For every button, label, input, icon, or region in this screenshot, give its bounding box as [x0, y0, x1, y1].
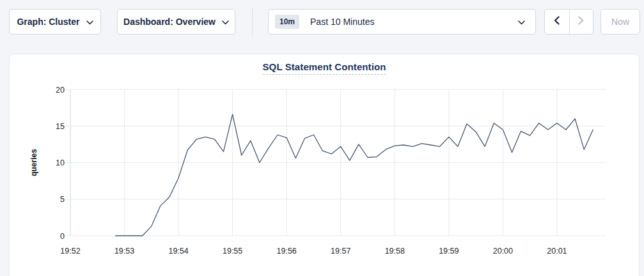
sql-contention-chart[interactable]: 0510152019:5219:5319:5419:5519:5619:5719… — [0, 0, 644, 276]
x-tick-label: 19:56 — [277, 247, 297, 256]
x-tick-label: 19:58 — [385, 247, 405, 256]
x-tick-label: 19:59 — [439, 247, 459, 256]
chart-title[interactable]: SQL Statement Contention — [263, 61, 386, 75]
x-tick-label: 20:00 — [493, 247, 513, 256]
x-tick-label: 19:57 — [331, 247, 350, 256]
y-axis-title: queries — [29, 149, 38, 176]
x-tick-label: 19:55 — [223, 247, 242, 256]
x-tick-label: 19:53 — [114, 247, 134, 256]
y-tick-label: 0 — [60, 232, 65, 241]
series-line-queries — [116, 114, 593, 236]
x-tick-label: 19:54 — [168, 247, 188, 256]
x-tick-label: 19:52 — [60, 247, 80, 256]
y-tick-label: 15 — [56, 122, 65, 131]
y-tick-label: 20 — [56, 86, 65, 95]
y-tick-label: 10 — [56, 158, 65, 167]
chart-title-wrap: SQL Statement Contention — [10, 61, 639, 75]
y-tick-label: 5 — [60, 195, 65, 204]
dashboard-page: { "toolbar": { "graph_dropdown": { "labe… — [0, 0, 644, 276]
x-tick-label: 20:01 — [547, 247, 567, 256]
